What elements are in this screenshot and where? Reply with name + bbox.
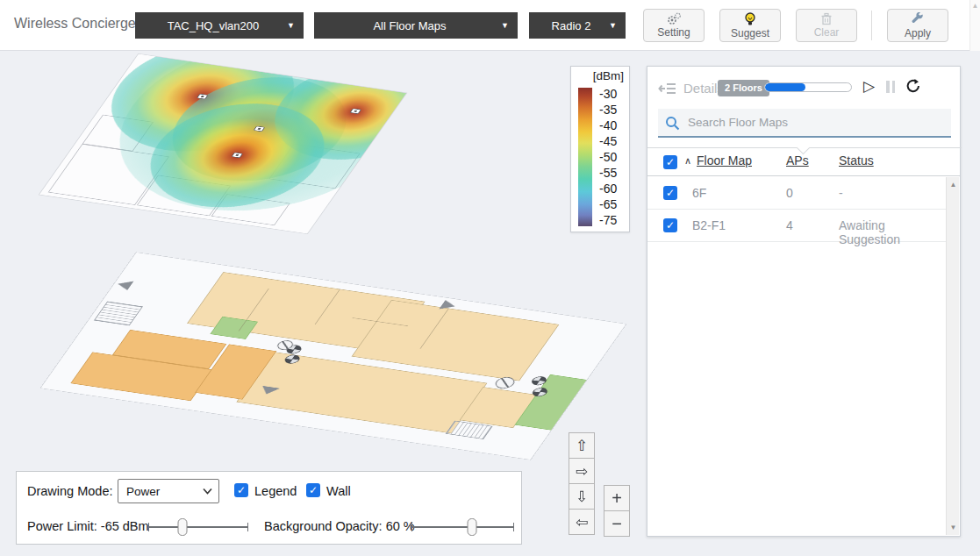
- cell-floor: 6F: [692, 186, 706, 200]
- row-checkbox[interactable]: ✓: [663, 218, 677, 232]
- radio-dropdown[interactable]: Radio 2 ▼: [529, 12, 626, 39]
- check-icon: ✓: [309, 484, 318, 496]
- power-limit-slider[interactable]: [148, 526, 248, 528]
- app-title: Wireless Concierge: [14, 16, 136, 32]
- radio-dropdown-value: Radio 2: [552, 19, 604, 32]
- pan-down-button[interactable]: ⇩: [569, 483, 595, 510]
- cell-aps: 4: [786, 218, 793, 232]
- apply-button-label: Apply: [905, 27, 931, 39]
- refresh-icon: [905, 78, 921, 94]
- wrench-icon: [911, 12, 925, 26]
- cell-floor: B2-F1: [692, 218, 726, 232]
- drawing-mode-value: Power: [126, 485, 160, 498]
- column-header-aps[interactable]: APs: [786, 153, 809, 168]
- background-opacity-slider-thumb[interactable]: [468, 518, 477, 536]
- scroll-down-icon[interactable]: ▼: [947, 524, 960, 531]
- check-icon: ✓: [237, 484, 246, 496]
- clear-button-label: Clear: [814, 26, 840, 39]
- cell-status: Awaiting Suggestion: [839, 218, 946, 246]
- cell-status: -: [839, 186, 843, 200]
- network-dropdown-value: TAC_HQ_vlan200: [168, 19, 272, 32]
- legend-tick: -30: [599, 88, 617, 100]
- legend-tick: -45: [599, 135, 617, 147]
- refresh-button[interactable]: [905, 78, 921, 97]
- chevron-down-icon: ▼: [501, 22, 509, 30]
- floors-count-badge: 2 Floors: [718, 80, 769, 96]
- setting-button-label: Setting: [657, 26, 690, 39]
- zoom-in-button[interactable]: +: [604, 485, 630, 511]
- column-header-floor-map[interactable]: Floor Map: [697, 153, 752, 168]
- floor-maps-panel: Details 2 Floors ▷ ✓ ∧ Floor Map APs Sta…: [647, 66, 961, 537]
- drawing-mode-select[interactable]: Power: [118, 479, 219, 503]
- scroll-up-icon[interactable]: ▲: [947, 181, 960, 189]
- row-checkbox[interactable]: ✓: [663, 186, 677, 200]
- legend-ticks: -30 -35 -40 -45 -50 -55 -60 -65 -75: [599, 88, 617, 226]
- clear-button[interactable]: Clear: [796, 9, 857, 42]
- drawing-controls-panel: Drawing Mode: Power ✓ Legend ✓ Wall Powe…: [16, 471, 522, 545]
- floors-progress: [764, 82, 852, 92]
- background-opacity-slider[interactable]: [411, 526, 514, 528]
- chevron-down-icon: [203, 488, 212, 495]
- wall-checkbox-label: Wall: [326, 484, 351, 498]
- wall-checkbox[interactable]: ✓: [306, 483, 320, 497]
- arrow-left-icon: ⇦: [576, 513, 588, 531]
- dbm-legend: [dBm] -30 -35 -40 -45 -50 -55 -60 -65 -7…: [570, 66, 630, 232]
- check-icon: ✓: [666, 187, 675, 199]
- pause-button[interactable]: [886, 81, 895, 93]
- suggest-button-label: Suggest: [731, 27, 769, 39]
- legend-tick: -60: [599, 182, 617, 195]
- legend-tick: -75: [599, 214, 617, 226]
- pause-icon: [892, 81, 896, 93]
- legend-checkbox[interactable]: ✓: [234, 483, 248, 497]
- check-icon: ✓: [666, 156, 675, 168]
- chevron-down-icon: ▼: [609, 22, 617, 30]
- table-header-row: ✓ ∧ Floor Map APs Status: [647, 148, 960, 176]
- plus-icon: +: [612, 488, 622, 509]
- scroll-up-icon[interactable]: ▲: [970, 0, 980, 12]
- play-button[interactable]: ▷: [863, 77, 875, 96]
- arrow-down-icon: ⇩: [576, 488, 588, 506]
- check-icon: ✓: [666, 219, 675, 232]
- play-icon: ▷: [863, 78, 875, 95]
- legend-tick: -65: [599, 198, 617, 210]
- lightbulb-icon: [744, 12, 756, 26]
- legend-checkbox-label: Legend: [254, 484, 297, 498]
- floor-map-6f[interactable]: [39, 53, 408, 234]
- search-input[interactable]: [658, 109, 951, 138]
- legend-tick: -55: [599, 167, 617, 179]
- map-arrow-marker: [115, 279, 134, 289]
- setting-button[interactable]: Setting: [643, 9, 705, 42]
- sort-asc-icon: ∧: [684, 155, 691, 167]
- floor-maps-dropdown[interactable]: All Floor Maps ▼: [314, 12, 518, 39]
- toolbar-divider: [871, 11, 872, 40]
- arrow-right-icon: ⇨: [576, 462, 588, 481]
- legend-title: [dBm]: [593, 69, 624, 82]
- pan-left-button[interactable]: ⇦: [569, 509, 595, 535]
- cell-aps: 0: [786, 186, 793, 200]
- table-row-b2f1[interactable]: ✓ B2-F1 4 Awaiting Suggestion: [647, 210, 946, 242]
- chevron-down-icon: ▼: [287, 22, 295, 30]
- column-header-status[interactable]: Status: [839, 153, 874, 168]
- apply-button[interactable]: Apply: [887, 9, 948, 42]
- floor-map-b2f1[interactable]: [39, 252, 626, 460]
- pan-up-button[interactable]: ⇧: [569, 432, 595, 459]
- table-row-6f[interactable]: ✓ 6F 0 -: [647, 177, 946, 210]
- panel-scrollbar[interactable]: ▲ ▼: [946, 177, 959, 535]
- page-scrollbar[interactable]: ▲: [969, 0, 980, 51]
- pan-right-button[interactable]: ⇨: [569, 458, 595, 484]
- legend-tick: -50: [599, 151, 617, 163]
- gear-icon: [666, 12, 682, 25]
- select-all-checkbox[interactable]: ✓: [663, 155, 677, 169]
- details-toggle[interactable]: Details: [658, 81, 724, 96]
- power-limit-slider-thumb[interactable]: [177, 518, 187, 536]
- minus-icon: −: [612, 514, 622, 534]
- collapse-left-icon: [658, 82, 677, 96]
- legend-tick: -35: [599, 103, 617, 116]
- trash-icon: [820, 12, 833, 25]
- zoom-out-button[interactable]: −: [604, 510, 630, 537]
- power-limit-label: Power Limit: -65 dBm: [27, 519, 149, 533]
- network-dropdown[interactable]: TAC_HQ_vlan200 ▼: [135, 12, 304, 39]
- legend-gradient-bar: [578, 88, 592, 226]
- legend-tick: -40: [599, 119, 617, 132]
- suggest-button[interactable]: Suggest: [719, 9, 781, 42]
